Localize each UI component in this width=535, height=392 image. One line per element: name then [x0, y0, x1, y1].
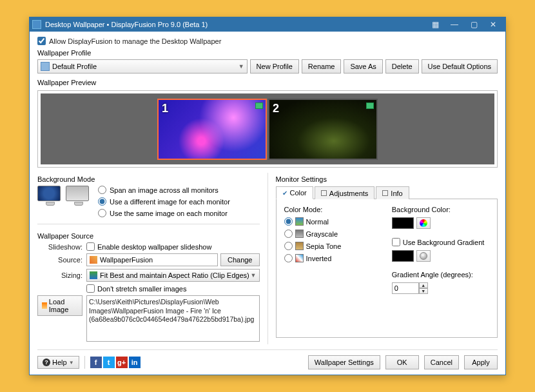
- use-gradient-row[interactable]: Use Background Gradient: [392, 238, 489, 246]
- slideshow-row: Slideshow: Enable desktop wallpaper slid…: [37, 242, 260, 251]
- apply-button[interactable]: Apply: [464, 355, 498, 369]
- mode-normal-icon: [295, 217, 304, 226]
- rename-button[interactable]: Rename: [302, 59, 342, 74]
- monitor-people-icon: [66, 186, 92, 208]
- ok-button[interactable]: OK: [385, 355, 419, 369]
- new-profile-button[interactable]: New Profile: [250, 59, 299, 74]
- slideshow-checkbox[interactable]: [86, 242, 95, 251]
- chevron-down-icon: ▼: [238, 63, 244, 70]
- allow-manage-row: Allow DisplayFusion to manage the Deskto…: [37, 37, 498, 45]
- profile-icon: [41, 62, 50, 71]
- bg-mode-label: Background Mode: [37, 175, 260, 183]
- load-image-button[interactable]: Load Image: [37, 295, 83, 316]
- mode-sepia-icon: [295, 242, 304, 250]
- load-image-icon: [42, 302, 47, 309]
- mode-normal[interactable]: Normal: [284, 217, 382, 226]
- gradient-picker[interactable]: [416, 250, 431, 262]
- color-mode-label: Color Mode:: [284, 206, 382, 213]
- wallpaper-source-section: Wallpaper Source Slideshow: Enable deskt…: [37, 224, 260, 342]
- dont-stretch-row: Don't stretch smaller images: [37, 284, 260, 293]
- square-icon: [382, 190, 388, 196]
- bg-mode-row: Span an image across all monitors Use a …: [37, 186, 260, 217]
- source-row: Source: WallpaperFusion Change: [37, 253, 260, 266]
- wallpaper-settings-button[interactable]: Wallpaper Settings: [308, 355, 380, 369]
- sizing-row: Sizing: Fit Best and maintain Aspect Rat…: [37, 269, 260, 282]
- monitor-badge-icon: [255, 103, 263, 109]
- monitor-preview-1[interactable]: 1: [157, 99, 267, 160]
- slideshow-label: Slideshow:: [37, 243, 83, 251]
- chevron-down-icon: ▼: [251, 272, 257, 279]
- source-value: WallpaperFusion: [100, 256, 153, 264]
- tab-info[interactable]: Info: [376, 186, 409, 199]
- content: Allow DisplayFusion to manage the Deskto…: [30, 32, 505, 375]
- mode-sepia[interactable]: Sepia Tone: [284, 242, 382, 250]
- tab-color[interactable]: ✔Color: [276, 186, 313, 199]
- change-source-button[interactable]: Change: [220, 253, 260, 266]
- social-links: f t g+ in: [90, 357, 141, 368]
- sizing-combo[interactable]: Fit Best and maintain Aspect Ratio (Clip…: [86, 269, 260, 282]
- aux-icon[interactable]: ▦: [425, 19, 445, 30]
- app-window: Desktop Wallpaper • DisplayFusion Pro 9.…: [29, 17, 506, 375]
- monitor-number: 2: [273, 102, 279, 115]
- gradient-swatch[interactable]: [392, 250, 414, 262]
- source-label: Source:: [37, 256, 83, 264]
- source-icon: [90, 256, 97, 264]
- bg-color-swatch[interactable]: [392, 217, 414, 229]
- bg-mode-span[interactable]: Span an image across all monitors: [98, 186, 230, 194]
- dont-stretch-checkbox[interactable]: [86, 284, 95, 293]
- cancel-button[interactable]: Cancel: [424, 355, 459, 369]
- facebook-icon[interactable]: f: [90, 357, 102, 368]
- use-default-button[interactable]: Use Default Options: [422, 59, 498, 74]
- monitor-tabs: ✔Color Adjustments Info: [276, 186, 498, 199]
- profile-row: Default Profile ▼ New Profile Rename Sav…: [37, 59, 498, 74]
- bg-mode-diff[interactable]: Use a different image for each monitor: [98, 197, 230, 206]
- bg-mode-same[interactable]: Use the same image on each monitor: [98, 209, 230, 217]
- profile-select[interactable]: Default Profile ▼: [37, 59, 248, 74]
- bg-color-label: Background Color:: [392, 206, 489, 213]
- bg-mode-icons: [37, 186, 92, 217]
- help-button[interactable]: ? Help ▼: [37, 356, 79, 369]
- check-icon: ✔: [282, 190, 287, 197]
- monitor-number: 1: [162, 102, 168, 115]
- preview-label: Wallpaper Preview: [37, 79, 498, 86]
- monitor-preview-2[interactable]: 2: [268, 99, 378, 160]
- save-as-button[interactable]: Save As: [344, 59, 382, 74]
- minimize-button[interactable]: —: [445, 19, 464, 30]
- footer: ? Help ▼ f t g+ in Wallpaper Settings OK…: [37, 349, 498, 369]
- preview-inner: 1 2: [41, 93, 494, 164]
- preview-box: 1 2: [37, 90, 498, 168]
- color-wheel-icon: [420, 219, 427, 227]
- maximize-button[interactable]: ▢: [464, 19, 483, 30]
- angle-down[interactable]: ▼: [419, 288, 428, 294]
- mode-inverted-icon: [295, 254, 304, 262]
- source-combo: WallpaperFusion: [86, 253, 218, 266]
- titlebar: Desktop Wallpaper • DisplayFusion Pro 9.…: [30, 17, 505, 32]
- monitor-badge-icon: [366, 103, 374, 109]
- googleplus-icon[interactable]: g+: [116, 357, 128, 368]
- slideshow-text: Enable desktop wallpaper slideshow: [97, 243, 211, 251]
- square-icon: [321, 190, 327, 196]
- twitter-icon[interactable]: t: [103, 357, 115, 368]
- use-gradient-checkbox[interactable]: [392, 238, 400, 246]
- image-path-text[interactable]: [86, 295, 260, 342]
- angle-input[interactable]: [392, 282, 419, 294]
- allow-manage-checkbox[interactable]: [37, 37, 46, 45]
- mode-grayscale-icon: [295, 230, 304, 238]
- angle-up[interactable]: ▲: [419, 282, 428, 288]
- sizing-value: Fit Best and maintain Aspect Ratio (Clip…: [100, 271, 249, 279]
- tab-color-pane: Color Mode: Normal Grayscale Sepia Tone …: [276, 199, 498, 338]
- linkedin-icon[interactable]: in: [129, 357, 141, 368]
- bg-mode-radios: Span an image across all monitors Use a …: [98, 186, 230, 217]
- close-button[interactable]: ✕: [483, 19, 503, 30]
- tab-adjustments[interactable]: Adjustments: [315, 186, 375, 199]
- sizing-icon: [90, 271, 97, 279]
- angle-spinner: ▲ ▼: [392, 282, 429, 294]
- mode-inverted[interactable]: Inverted: [284, 254, 382, 262]
- profile-selected: Default Profile: [52, 63, 97, 70]
- delete-button[interactable]: Delete: [385, 59, 419, 74]
- allow-manage-label: Allow DisplayFusion to manage the Deskto…: [49, 37, 221, 45]
- bg-color-picker[interactable]: [416, 217, 431, 229]
- dont-stretch-label: Don't stretch smaller images: [97, 285, 186, 293]
- wallpaper-source-label: Wallpaper Source: [37, 232, 260, 240]
- mode-grayscale[interactable]: Grayscale: [284, 230, 382, 238]
